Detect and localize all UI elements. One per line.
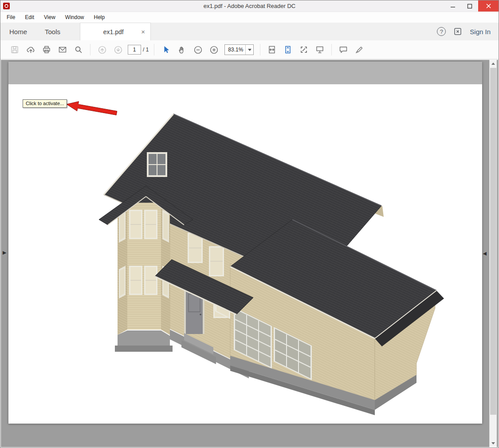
presentation-icon xyxy=(315,45,324,54)
menu-item-view[interactable]: View xyxy=(44,14,55,20)
page-scroll-icon xyxy=(283,45,292,54)
page-down-icon xyxy=(114,45,123,55)
activation-tooltip[interactable]: Click to activate... xyxy=(23,99,67,108)
popup-window-icon xyxy=(454,28,462,35)
cloud-upload-button[interactable] xyxy=(23,43,39,57)
menu-item-edit[interactable]: Edit xyxy=(25,14,34,20)
acrobat-icon xyxy=(3,3,10,10)
cursor-icon xyxy=(161,45,170,54)
tab-close-icon[interactable]: × xyxy=(141,28,145,35)
page-number-input[interactable] xyxy=(128,45,141,55)
presentation-button[interactable] xyxy=(312,43,328,57)
save-icon xyxy=(10,45,19,54)
help-icon: ? xyxy=(440,28,443,35)
right-pane-toggle[interactable]: ◀ xyxy=(483,251,487,256)
pdf-page: Click to activate... xyxy=(8,62,482,424)
red-arrow-icon xyxy=(67,102,117,115)
page-scroll-button[interactable] xyxy=(280,43,296,57)
house-3d-render[interactable] xyxy=(8,62,482,424)
close-button[interactable] xyxy=(478,0,499,12)
prev-page-button[interactable] xyxy=(94,43,110,57)
zoom-out-button[interactable] xyxy=(190,43,206,57)
page-up-icon xyxy=(98,45,107,55)
scroll-up-button[interactable] xyxy=(490,60,497,67)
comment-icon xyxy=(339,45,348,54)
hand-icon xyxy=(177,45,186,54)
save-button[interactable] xyxy=(7,43,23,57)
page-count-label: / 1 xyxy=(143,47,149,53)
zoom-level-control[interactable]: 83.1% xyxy=(224,44,254,55)
help-button[interactable]: ? xyxy=(437,27,446,36)
document-area: Click to activate... ▶ ◀ xyxy=(1,60,498,447)
scrollbar-thumb[interactable] xyxy=(490,68,496,415)
zoom-out-icon xyxy=(193,45,203,55)
zoom-in-icon xyxy=(209,45,219,55)
menu-bar: File Edit View Window Help xyxy=(0,12,499,23)
comment-button[interactable] xyxy=(335,43,351,57)
minimize-button[interactable] xyxy=(444,0,461,12)
sign-in-button[interactable]: Sign In xyxy=(470,28,491,35)
menu-item-help[interactable]: Help xyxy=(94,14,105,20)
zoom-in-button[interactable] xyxy=(206,43,222,57)
search-icon xyxy=(74,45,83,54)
fit-width-icon xyxy=(267,45,276,54)
tab-home[interactable]: Home xyxy=(0,23,36,40)
tab-strip: Home Tools ex1.pdf × ? Sign In xyxy=(0,23,499,40)
next-page-button[interactable] xyxy=(110,43,126,57)
scroll-down-icon xyxy=(491,442,495,444)
maximize-icon xyxy=(467,4,472,9)
scroll-up-icon xyxy=(491,63,495,65)
document-tab[interactable]: ex1.pdf × xyxy=(80,23,151,40)
zoom-dropdown-button[interactable] xyxy=(245,45,253,55)
search-button[interactable] xyxy=(71,43,86,57)
menu-item-window[interactable]: Window xyxy=(65,14,84,20)
menu-item-file[interactable]: File xyxy=(7,14,15,20)
fit-width-button[interactable] xyxy=(264,43,280,57)
cloud-upload-icon xyxy=(26,45,35,55)
fullscreen-button[interactable] xyxy=(296,43,312,57)
chevron-down-icon xyxy=(248,49,251,51)
print-icon xyxy=(42,45,51,54)
zoom-level-value: 83.1% xyxy=(225,47,245,53)
acrobat-window: ex1.pdf - Adobe Acrobat Reader DC File E… xyxy=(0,0,499,448)
highlight-button[interactable] xyxy=(351,43,367,57)
title-bar: ex1.pdf - Adobe Acrobat Reader DC xyxy=(0,0,499,12)
highlighter-icon xyxy=(355,45,364,54)
tab-tools[interactable]: Tools xyxy=(36,23,69,40)
notification-window-button[interactable] xyxy=(454,28,462,35)
main-toolbar: / 1 83.1% xyxy=(0,40,499,59)
email-button[interactable] xyxy=(55,43,71,57)
window-title: ex1.pdf - Adobe Acrobat Reader DC xyxy=(0,3,499,9)
fullscreen-icon xyxy=(299,45,308,54)
minimize-icon xyxy=(450,4,456,9)
vertical-scrollbar[interactable] xyxy=(489,60,497,447)
print-button[interactable] xyxy=(39,43,55,57)
select-tool-button[interactable] xyxy=(158,43,174,57)
left-pane-toggle[interactable]: ▶ xyxy=(3,250,6,255)
scroll-down-button[interactable] xyxy=(490,440,497,447)
email-icon xyxy=(58,45,67,54)
hand-tool-button[interactable] xyxy=(174,43,190,57)
document-tab-label: ex1.pdf xyxy=(86,28,141,35)
maximize-button[interactable] xyxy=(461,0,478,12)
close-icon xyxy=(486,4,491,8)
